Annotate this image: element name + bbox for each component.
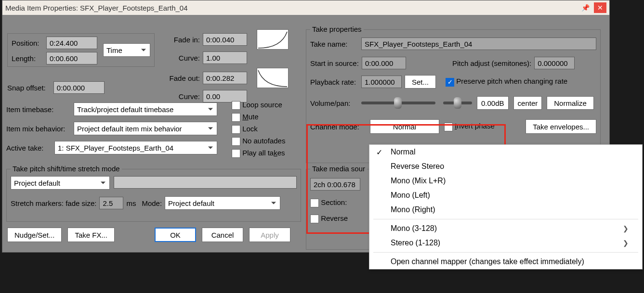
fadeout-field[interactable]: 0:00.282 [203, 72, 247, 84]
take-name-field[interactable]: SFX_Player_Footsteps_Earth_04 [361, 38, 596, 50]
no-autofades-label: No autofades [242, 137, 285, 145]
active-take-label: Active take: [6, 144, 50, 152]
nudge-button[interactable]: Nudge/Set... [7, 228, 62, 242]
playback-rate-label: Playback rate: [310, 78, 358, 86]
start-source-label: Start in source: [310, 59, 359, 67]
check-icon: ✓ [376, 148, 382, 157]
stretch-label: Stretch markers: fade size: [11, 199, 96, 207]
item-timebase-select[interactable]: Track/project default timebase [74, 102, 217, 116]
pitch-shift-group: Take pitch shift/time stretch mode Proje… [6, 169, 301, 222]
loop-source-label: Loop source [242, 101, 282, 109]
section-checkbox[interactable] [310, 199, 319, 207]
channel-mode-button[interactable]: Normal [370, 119, 439, 134]
reverse-label: Reverse [321, 214, 348, 222]
ok-button[interactable]: OK [155, 228, 196, 242]
reverse-checkbox[interactable] [310, 215, 319, 223]
fadein-curve-field[interactable]: 1.00 [203, 51, 247, 64]
playback-rate-field[interactable]: 1.000000 [361, 76, 402, 88]
invert-phase-checkbox[interactable] [444, 123, 453, 131]
start-source-field[interactable]: 0:00.000 [362, 57, 406, 69]
dropdown-item-stereo-1-128[interactable]: Stereo (1-128)❯ [369, 236, 642, 250]
take-name-label: Take name: [310, 40, 356, 48]
time-mode-select[interactable]: Time [103, 43, 150, 57]
time-mode-value: Time [106, 46, 122, 54]
take-envelopes-button[interactable]: Take envelopes... [526, 119, 596, 134]
length-label: Length: [12, 54, 43, 63]
fadeout-curve-label: Curve: [168, 92, 200, 101]
takefx-button[interactable]: Take FX... [67, 228, 115, 242]
pitch-mode-select[interactable]: Project default [11, 176, 110, 190]
mute-checkbox[interactable] [232, 113, 240, 122]
play-all-takes-label: Play all takes [242, 149, 285, 157]
position-label: Position: [12, 39, 43, 47]
media-summary-field: 2ch 0:00.678 [310, 178, 360, 191]
position-field[interactable]: 0:24.400 [46, 37, 97, 49]
volpan-label: Volume/pan: [310, 99, 356, 107]
channel-mode-dropdown: ✓Normal Reverse Stereo Mono (Mix L+R) Mo… [369, 144, 643, 269]
item-mix-select[interactable]: Project default item mix behavior [74, 122, 217, 135]
db-button[interactable]: 0.00dB [477, 96, 509, 110]
section-label: Section: [321, 198, 347, 206]
dropdown-item-mono-3-128[interactable]: Mono (3-128)❯ [369, 221, 642, 236]
channel-mode-label: Channel mode: [310, 123, 365, 131]
pan-slider[interactable] [443, 102, 472, 104]
take-properties-title: Take properties [310, 25, 364, 33]
lock-checkbox[interactable] [232, 125, 240, 134]
snap-offset-field[interactable]: 0:00.000 [53, 81, 105, 94]
cancel-button[interactable]: Cancel [202, 228, 243, 242]
fadein-label: Fade in: [168, 36, 200, 44]
pitch-adjust-field[interactable]: 0.000000 [534, 57, 575, 69]
no-autofades-checkbox[interactable] [232, 137, 240, 146]
chevron-right-icon: ❯ [623, 225, 629, 232]
mode-label: Mode: [142, 199, 162, 207]
mute-label: Mute [242, 113, 258, 121]
pin-icon[interactable]: 📌 [580, 4, 590, 12]
dropdown-item-mono-right[interactable]: Mono (Right) [369, 203, 642, 217]
media-source-title: Take media sour [310, 165, 367, 173]
fadein-curve-icon[interactable] [257, 29, 289, 50]
fadein-curve-label: Curve: [168, 54, 200, 62]
chevron-right-icon: ❯ [623, 239, 629, 247]
pitch-adjust-label: Pitch adjust (semitones): [452, 59, 531, 67]
volume-slider[interactable] [361, 102, 435, 104]
length-field[interactable]: 0:00.600 [46, 52, 97, 64]
invert-phase-label: Invert phase [455, 122, 495, 130]
dropdown-item-mono-mix[interactable]: Mono (Mix L+R) [369, 174, 642, 188]
titlebar: Media Item Properties: SFX_Player_Footst… [2, 0, 609, 15]
lock-label: Lock [242, 125, 258, 133]
stretch-mode-select[interactable]: Project default [165, 196, 280, 210]
item-timebase-label: Item timebase: [6, 105, 69, 114]
ms-label: ms [126, 199, 136, 207]
normalize-button[interactable]: Normalize [547, 96, 594, 110]
center-button[interactable]: center [513, 96, 542, 110]
window-title: Media Item Properties: SFX_Player_Footst… [5, 4, 580, 12]
fade-area: Fade in: 0:00.040 Curve: 1.00 Fade out: … [168, 29, 289, 102]
dropdown-separator [373, 252, 638, 253]
set-rate-button[interactable]: Set... [405, 75, 436, 89]
close-icon[interactable]: ✕ [594, 2, 606, 13]
dropdown-separator [373, 219, 638, 219]
preserve-pitch-checkbox[interactable]: ✓ [446, 78, 454, 87]
preserve-pitch-label: Preserve pitch when changing rate [456, 77, 567, 85]
fadeout-label: Fade out: [168, 74, 200, 82]
apply-button: Apply [249, 228, 290, 242]
active-take-select[interactable]: 1: SFX_Player_Footsteps_Earth_04 [54, 141, 217, 154]
dropdown-item-reverse-stereo[interactable]: Reverse Stereo [369, 159, 642, 174]
dropdown-item-mono-left[interactable]: Mono (Left) [369, 188, 642, 203]
dropdown-item-open-mapper[interactable]: Open channel mapper (changes take effect… [369, 255, 642, 269]
fadeout-curve-icon[interactable] [257, 68, 289, 88]
take-properties-group: Take properties Take name: SFX_Player_Fo… [306, 29, 601, 163]
stretch-size-field[interactable]: 2.5 [99, 197, 123, 209]
item-mix-label: Item mix behavior: [6, 125, 69, 133]
snap-offset-label: Snap offset: [7, 84, 46, 92]
play-all-takes-checkbox[interactable] [232, 149, 240, 158]
position-group: Position: 0:24.400 Length: 0:00.600 Time [7, 33, 155, 67]
pitch-shift-title: Take pitch shift/time stretch mode [11, 165, 122, 173]
fadein-field[interactable]: 0:00.040 [203, 33, 247, 46]
loop-source-checkbox[interactable] [232, 101, 240, 110]
pitch-desc-field[interactable] [114, 176, 297, 189]
dropdown-item-normal[interactable]: ✓Normal [369, 145, 642, 159]
